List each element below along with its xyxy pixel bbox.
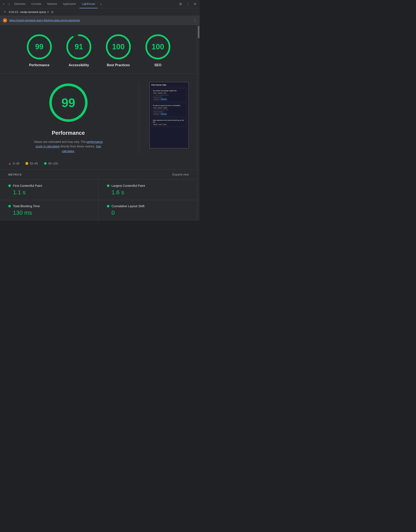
scores-section: 99 Performance 91 Accessibility (0, 25, 197, 73)
score-performance: 99 Performance (26, 33, 53, 67)
scrollbar-thumb[interactable] (198, 26, 199, 38)
metric-tbt-header: Total Blocking Time (8, 204, 90, 208)
tab-lighthouse[interactable]: Lighthouse (79, 0, 98, 8)
metric-fcp-status (8, 185, 11, 187)
url-bar: https://nextjs-tanstack-query-fetching-d… (0, 16, 200, 25)
tab-elements[interactable]: Elements (12, 0, 28, 8)
performance-value: 99 (35, 42, 43, 51)
metric-fcp-value: 1.1 s (8, 189, 90, 196)
metric-cls-header: Cumulative Layout Shift (107, 204, 189, 208)
screenshot-card-2-title: He was an expert but not in a discipline… (153, 105, 185, 106)
devtools-toolbar: ⌖ □ Elements Console Network Application… (0, 0, 200, 8)
devtools-actions: ⚙ ⋮ ✕ (177, 1, 198, 7)
big-performance-title: Performance (52, 130, 85, 136)
screenshot-card-3-title: Dave watched as the forest burned up on … (153, 119, 185, 123)
legend-fail: ▲ 0–49 (8, 162, 19, 165)
screenshot-card-3-tags: Hopeful Funny Foods (153, 124, 185, 125)
cursor-icon[interactable]: ⌖ (2, 1, 6, 7)
metrics-grid: First Contentful Paint 1.1 s Largest Con… (0, 179, 197, 220)
metric-cls: Cumulative Layout Shift 0 (99, 200, 197, 220)
best-practices-label: Best Practices (107, 63, 130, 67)
metric-lcp-header: Largest Contentful Paint (107, 184, 189, 187)
scrollbar[interactable] (197, 25, 200, 220)
big-performance-value: 99 (61, 96, 75, 110)
seo-label: SEO (154, 63, 161, 67)
tab-network[interactable]: Network (45, 0, 59, 8)
big-score-left: 99 Performance Values are estimated and … (8, 82, 128, 153)
metric-cls-status (107, 205, 109, 207)
tab-dropdown-button[interactable]: ▼ (47, 11, 49, 14)
big-score-section: 99 Performance Values are estimated and … (0, 73, 197, 158)
site-favicon (3, 18, 7, 22)
metric-lcp-status (107, 185, 109, 187)
metric-tbt-status (8, 205, 11, 207)
tab-console[interactable]: Console (29, 0, 44, 8)
more-tabs-button[interactable]: » (98, 1, 103, 7)
inspect-icon[interactable]: □ (7, 2, 11, 7)
metrics-title: METRICS (8, 173, 22, 176)
accessibility-value: 91 (75, 42, 83, 51)
metrics-header: METRICS Expand view (0, 169, 197, 179)
expand-view-button[interactable]: Expand view (172, 173, 189, 176)
legend-average: 50–89 (26, 162, 38, 165)
accessibility-circle: 91 (65, 33, 92, 60)
screenshot-title: Post Server Side (151, 84, 187, 87)
metric-fcp-header: First Contentful Paint (8, 184, 90, 187)
screenshot-card-1-tags: Funny Inspiring Love (153, 92, 185, 94)
metric-cls-name: Cumulative Layout Shift (112, 204, 144, 208)
big-performance-circle: 99 (48, 82, 89, 123)
best-practices-circle: 100 (105, 33, 132, 60)
score-seo: 100 SEO (144, 33, 171, 67)
legend-section: ▲ 0–49 50–89 90–100 (0, 158, 197, 169)
more-options-button[interactable]: ⋮ (184, 1, 191, 7)
score-best-practices: 100 Best Practices (105, 33, 132, 67)
screenshot-card-2: He was an expert but not in a discipline… (151, 103, 187, 117)
performance-circle: 99 (26, 33, 53, 60)
screenshot-card-1-title: His mother had always taught him: (153, 90, 185, 92)
stop-loading-button[interactable]: ⊘ (51, 10, 54, 14)
metric-lcp-name: Largest Contentful Paint (112, 184, 145, 187)
metric-fcp: First Contentful Paint 1.1 s (0, 180, 99, 200)
big-performance-description: Values are estimated and may vary. The p… (31, 139, 106, 153)
performance-label: Performance (29, 63, 49, 67)
screenshot-card-1: His mother had always taught him: Funny … (151, 88, 187, 102)
url-more-button[interactable]: ⋮ (193, 18, 197, 23)
pass-icon (44, 162, 47, 165)
page-screenshot: Post Server Side His mother had always t… (149, 82, 189, 148)
metric-lcp: Largest Contentful Paint 1.6 s (99, 180, 197, 200)
metric-lcp-value: 1.6 s (107, 189, 189, 196)
metric-tbt-value: 130 ms (8, 209, 90, 216)
screenshot-card-3: Dave watched as the forest burned up on … (151, 118, 187, 127)
metric-tbt: Total Blocking Time 130 ms (0, 200, 99, 220)
tab-application[interactable]: Application (60, 0, 79, 8)
screenshot-frame: Post Server Side His mother had always t… (149, 82, 189, 148)
seo-value: 100 (152, 42, 164, 51)
lighthouse-content: 99 Performance 91 Accessibility (0, 25, 197, 220)
browser-tab-bar: + 0:10:13 - nextjs-tanstack-query ▼ ⊘ (0, 8, 200, 16)
best-practices-value: 100 (112, 42, 125, 51)
current-tab-title: 0:10:13 - nextjs-tanstack-query ▼ (9, 10, 49, 14)
accessibility-label: Accessibility (69, 63, 89, 67)
score-accessibility: 91 Accessibility (65, 33, 92, 67)
metric-fcp-name: First Contentful Paint (13, 184, 42, 187)
new-tab-button[interactable]: + (2, 9, 7, 15)
fail-icon: ▲ (8, 162, 11, 165)
metric-tbt-name: Total Blocking Time (13, 204, 40, 208)
close-button[interactable]: ✕ (192, 1, 198, 7)
metric-cls-value: 0 (107, 209, 189, 216)
screenshot-card-2-tags: Funny Finance English (153, 107, 185, 109)
average-icon (26, 162, 28, 165)
settings-button[interactable]: ⚙ (177, 1, 184, 7)
legend-pass: 90–100 (44, 162, 58, 165)
url-text[interactable]: https://nextjs-tanstack-query-fetching-d… (9, 19, 191, 22)
seo-circle: 100 (144, 33, 171, 60)
